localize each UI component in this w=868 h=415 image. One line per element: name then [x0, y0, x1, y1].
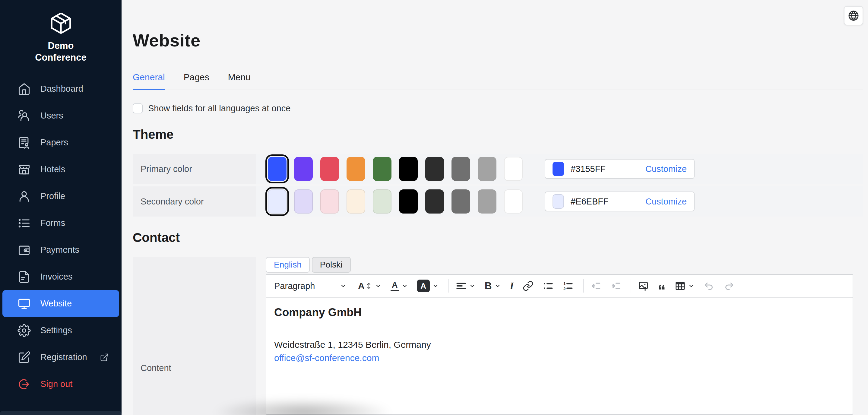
sidebar-nav: Dashboard Users Papers Hotels Profile Fo…	[0, 75, 122, 397]
color-swatch[interactable]	[346, 157, 365, 181]
external-link-icon	[100, 353, 109, 362]
chevron-down-icon	[401, 283, 408, 289]
content-editor-column: English Polski Paragraph A	[266, 257, 853, 415]
editor-content[interactable]: Company GmbH Weidestraße 1, 12345 Berlin…	[266, 298, 852, 373]
color-swatch[interactable]	[373, 157, 392, 181]
editor-language-tabs: English Polski	[266, 257, 853, 273]
color-swatch[interactable]	[504, 157, 523, 181]
toolbar-separator	[631, 279, 631, 292]
bold-button[interactable]: B	[485, 280, 501, 292]
font-color-button[interactable]: A	[391, 281, 408, 291]
insert-image-icon	[638, 281, 649, 291]
bulleted-list-button[interactable]	[542, 281, 553, 291]
color-swatch[interactable]	[504, 189, 523, 214]
outdent-button[interactable]	[590, 281, 601, 291]
secondary-hex-box: #E6EBFF Customize	[545, 192, 694, 212]
block-quote-button[interactable]: “	[658, 284, 665, 287]
bulleted-list-icon	[542, 281, 553, 291]
svg-text:2: 2	[563, 287, 566, 291]
editor-email-link[interactable]: office@sf-conference.com	[274, 351, 845, 364]
sidebar-item-hotels[interactable]: Hotels	[2, 156, 119, 183]
insert-table-button[interactable]	[675, 281, 694, 291]
sidebar-item-registration[interactable]: Registration	[2, 344, 119, 371]
color-swatch[interactable]	[399, 157, 418, 181]
sidebar-footer	[0, 411, 122, 415]
secondary-hex-value: #E6EBFF	[570, 197, 609, 206]
globe-icon	[848, 10, 859, 22]
sidebar-item-invoices[interactable]: Invoices	[2, 263, 119, 290]
contact-section: Content English Polski Paragraph	[133, 257, 863, 415]
gear-icon	[18, 324, 31, 337]
monitor-icon	[18, 297, 31, 310]
sidebar-item-dashboard[interactable]: Dashboard	[2, 75, 119, 102]
primary-color-options: #3155FF Customize	[256, 154, 863, 184]
sidebar-item-forms[interactable]: Forms	[2, 210, 119, 236]
sidebar-item-settings[interactable]: Settings	[2, 317, 119, 344]
sidebar-item-signout[interactable]: Sign out	[2, 371, 119, 397]
color-swatch[interactable]	[425, 189, 444, 214]
insert-image-button[interactable]	[638, 281, 649, 291]
papers-icon	[18, 136, 31, 149]
italic-button[interactable]: I	[510, 281, 514, 292]
numbered-list-button[interactable]: 12	[562, 281, 574, 291]
sidebar-item-papers[interactable]: Papers	[2, 129, 119, 156]
primary-customize-link[interactable]: Customize	[645, 164, 687, 174]
font-background-button[interactable]: A	[417, 280, 439, 292]
theme-heading: Theme	[133, 127, 863, 142]
link-button[interactable]	[523, 281, 533, 291]
all-languages-checkbox[interactable]	[133, 103, 143, 114]
color-swatch[interactable]	[320, 189, 339, 214]
color-swatch[interactable]	[268, 157, 286, 181]
edit-icon	[18, 351, 31, 364]
tab-pages[interactable]: Pages	[184, 72, 209, 82]
sidebar-item-users[interactable]: Users	[2, 102, 119, 129]
color-swatch[interactable]	[478, 157, 496, 181]
sidebar-item-website[interactable]: Website	[2, 290, 119, 317]
list-icon	[18, 217, 31, 230]
italic-icon: I	[510, 281, 514, 292]
tab-general[interactable]: General	[133, 72, 165, 82]
primary-hex-value: #3155FF	[570, 164, 606, 174]
chevron-down-icon	[375, 283, 381, 289]
content-field-label: Content	[133, 257, 256, 415]
bold-icon: B	[485, 280, 492, 292]
page-tabs: General Pages Menu	[133, 72, 863, 90]
secondary-color-chip	[553, 194, 564, 209]
sidebar-item-payments[interactable]: Payments	[2, 236, 119, 263]
redo-button[interactable]	[723, 281, 734, 291]
color-swatch[interactable]	[478, 189, 496, 214]
brand-block: Demo Conference	[0, 0, 122, 63]
color-swatch[interactable]	[452, 189, 470, 214]
color-swatch[interactable]	[346, 189, 365, 214]
secondary-color-options: #E6EBFF Customize	[256, 186, 863, 217]
page-title: Website	[133, 0, 863, 51]
text-alignment-button[interactable]	[456, 281, 476, 291]
font-size-button[interactable]: A	[358, 281, 381, 291]
tab-menu[interactable]: Menu	[228, 72, 251, 82]
color-swatch[interactable]	[425, 157, 444, 181]
logout-icon	[18, 378, 31, 391]
svg-text:1: 1	[563, 281, 566, 286]
color-swatch[interactable]	[399, 189, 418, 214]
lang-tab-polski[interactable]: Polski	[312, 257, 351, 273]
toolbar-separator	[448, 279, 449, 292]
color-swatch[interactable]	[294, 157, 313, 181]
color-swatch[interactable]	[294, 189, 313, 214]
language-globe-button[interactable]	[844, 6, 863, 25]
all-languages-label: Show fields for all languages at once	[148, 103, 290, 114]
lang-tab-english[interactable]: English	[266, 257, 310, 273]
align-left-icon	[456, 281, 467, 291]
numbered-list-icon: 12	[562, 281, 574, 291]
main-page: Website General Pages Menu Show fields f…	[122, 0, 868, 415]
color-swatch[interactable]	[320, 157, 339, 181]
indent-button[interactable]	[610, 281, 621, 291]
primary-color-label: Primary color	[133, 154, 256, 184]
sidebar-item-profile[interactable]: Profile	[2, 183, 119, 210]
insert-table-icon	[675, 281, 685, 291]
color-swatch[interactable]	[268, 189, 286, 214]
undo-button[interactable]	[704, 281, 714, 291]
secondary-customize-link[interactable]: Customize	[645, 197, 687, 206]
paragraph-style-dropdown[interactable]: Paragraph	[274, 281, 346, 291]
color-swatch[interactable]	[373, 189, 392, 214]
color-swatch[interactable]	[452, 157, 470, 181]
